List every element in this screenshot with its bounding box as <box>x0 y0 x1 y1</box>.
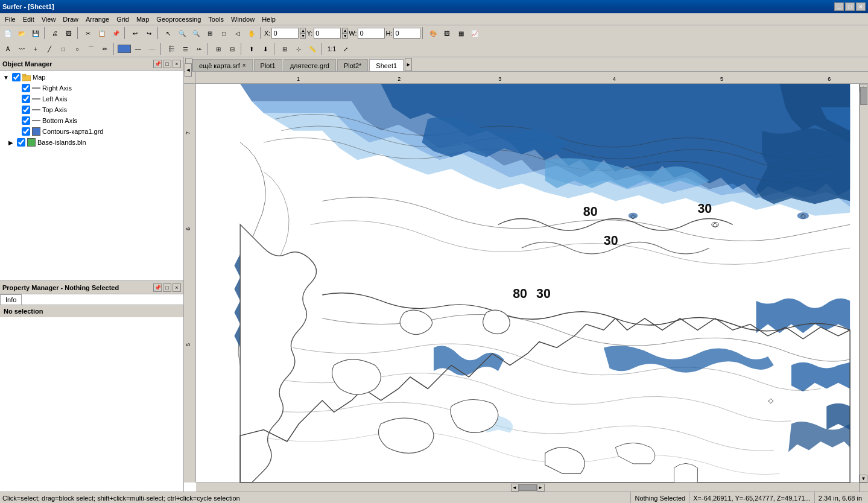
tree-item-top-axis[interactable]: Top Axis <box>1 104 182 115</box>
checkbox-map[interactable] <box>12 73 21 81</box>
pin-button[interactable]: 📌 <box>153 60 162 68</box>
tree-item-base-islands[interactable]: ▶ Base-islands.bln <box>1 137 182 148</box>
menu-edit[interactable]: Edit <box>19 14 38 24</box>
save-button[interactable]: 💾 <box>29 27 42 40</box>
undo-button[interactable]: ↩ <box>128 27 142 40</box>
redo-button[interactable]: ↪ <box>142 27 156 40</box>
checkbox-bottom-axis[interactable] <box>22 116 30 125</box>
tab-plot1[interactable]: Plot1 <box>254 59 282 71</box>
insert-image-button[interactable]: 🖼 <box>440 27 454 40</box>
zoom-window-button[interactable]: □ <box>217 27 230 40</box>
map-content[interactable]: 80 30 30 80 30 <box>196 84 859 482</box>
scroll-thumb-v[interactable] <box>860 87 867 105</box>
prop-float-button[interactable]: □ <box>163 283 171 292</box>
float-button[interactable]: □ <box>163 60 171 68</box>
menu-geoprocessing[interactable]: Geoprocessing <box>153 14 204 24</box>
group-button[interactable]: ⊞ <box>212 42 225 55</box>
cut-button[interactable]: ✂ <box>81 27 95 40</box>
line-style-button[interactable]: ⋯ <box>145 42 159 55</box>
zoom-out-button[interactable]: 🔍 <box>189 27 203 40</box>
bring-front-button[interactable]: ⬆ <box>245 42 258 55</box>
rectangle-button[interactable]: □ <box>57 42 70 55</box>
menu-view[interactable]: View <box>38 14 60 24</box>
ruler-button[interactable]: 📏 <box>306 42 319 55</box>
tab-eshyo-karta[interactable]: ещё карта.srf × <box>192 59 253 71</box>
paste-button[interactable]: 📌 <box>109 27 122 40</box>
tab-plot2[interactable]: Plot2* <box>337 59 368 71</box>
panel-controls[interactable]: 📌 □ × <box>153 60 181 68</box>
select-button[interactable]: ↖ <box>162 27 175 40</box>
freehand-button[interactable]: ✏ <box>98 42 112 55</box>
x-input[interactable] <box>271 28 299 39</box>
expand-base-islands[interactable]: ▶ <box>6 139 16 146</box>
tab-close-eshyo[interactable]: × <box>242 62 246 69</box>
menu-file[interactable]: File <box>1 14 19 24</box>
zoom-extent-button[interactable]: ⊞ <box>203 27 217 40</box>
curve-button[interactable]: ⌒ <box>84 42 98 55</box>
add-node-button[interactable]: + <box>29 42 42 55</box>
scroll-thumb-h[interactable] <box>519 484 537 491</box>
window-controls[interactable]: _ □ × <box>834 2 866 11</box>
scrollbar-vertical[interactable]: ▲ ▼ <box>859 84 868 482</box>
y-input[interactable] <box>314 28 341 39</box>
polyline-button[interactable]: 〰 <box>15 42 28 55</box>
restore-button[interactable]: □ <box>845 2 855 11</box>
tab-sheet1[interactable]: Sheet1 <box>369 59 404 71</box>
insert-colormap-button[interactable]: 🎨 <box>426 27 440 40</box>
align-left-button[interactable]: ⬱ <box>165 42 178 55</box>
tab-info[interactable]: Info <box>0 294 22 305</box>
scroll-left-btn[interactable]: ◄ <box>511 484 519 492</box>
close-button[interactable]: × <box>856 2 866 11</box>
tree-item-contours[interactable]: Contours-карта1.grd <box>1 126 182 137</box>
line-button[interactable]: ╱ <box>43 42 56 55</box>
ungroup-button[interactable]: ⊟ <box>226 42 239 55</box>
checkbox-top-axis[interactable] <box>22 106 30 114</box>
tree-item-left-axis[interactable]: Left Axis <box>1 93 182 104</box>
line-color-button[interactable]: — <box>131 42 145 55</box>
scroll-down-btn[interactable]: ▼ <box>860 475 867 482</box>
open-button[interactable]: 📂 <box>15 27 28 40</box>
fill-color-button[interactable] <box>118 45 131 53</box>
new-button[interactable]: 📄 <box>1 27 14 40</box>
y-spinner[interactable]: ▲ ▼ <box>342 28 348 39</box>
close-panel-button[interactable]: × <box>173 60 181 68</box>
text-button[interactable]: A <box>1 42 14 55</box>
panel-nav-left[interactable]: ◄ <box>185 63 192 77</box>
menu-help[interactable]: Help <box>258 14 279 24</box>
menu-window[interactable]: Window <box>227 14 258 24</box>
checkbox-left-axis[interactable] <box>22 95 30 103</box>
print-preview-button[interactable]: 🖼 <box>62 27 75 40</box>
scrollbar-horizontal[interactable]: ◄ ► <box>196 482 859 492</box>
tree-item-map[interactable]: ▼ Map <box>1 72 182 83</box>
grid-toggle-button[interactable]: ⊞ <box>278 42 291 55</box>
insert-legend-button[interactable]: ▦ <box>454 27 467 40</box>
scroll-right-btn[interactable]: ► <box>537 484 545 492</box>
checkbox-base-islands[interactable] <box>17 138 25 147</box>
w-input[interactable] <box>358 28 385 39</box>
tab-nav-right[interactable]: ► <box>405 58 412 71</box>
zoom-100-button[interactable]: 1:1 <box>325 42 338 55</box>
tree-item-bottom-axis[interactable]: Bottom Axis <box>1 115 182 126</box>
zoom-in-button[interactable]: 🔍 <box>176 27 189 40</box>
prop-close-button[interactable]: × <box>173 283 181 292</box>
checkbox-right-axis[interactable] <box>22 84 30 92</box>
zoom-prev-button[interactable]: ◁ <box>231 27 244 40</box>
h-input[interactable] <box>393 28 420 39</box>
minimize-button[interactable]: _ <box>834 2 844 11</box>
menu-draw[interactable]: Draw <box>59 14 82 24</box>
prop-panel-controls[interactable]: 📌 □ × <box>153 283 181 292</box>
tree-item-right-axis[interactable]: Right Axis <box>1 83 182 93</box>
send-back-button[interactable]: ⬇ <box>259 42 272 55</box>
tab-dlya-teste[interactable]: длятесте.grd <box>284 59 336 71</box>
copy-button[interactable]: 📋 <box>95 27 109 40</box>
pan-button[interactable]: ✋ <box>245 27 258 40</box>
align-right-button[interactable]: ⬰ <box>192 42 206 55</box>
menu-grid[interactable]: Grid <box>113 14 133 24</box>
plot-button[interactable]: 📈 <box>468 27 481 40</box>
zoom-fit-button[interactable]: ⤢ <box>339 42 352 55</box>
align-center-button[interactable]: ☰ <box>179 42 192 55</box>
print-button[interactable]: 🖨 <box>48 27 62 40</box>
x-spinner[interactable]: ▲ ▼ <box>300 28 306 39</box>
checkbox-contours[interactable] <box>22 127 30 136</box>
expand-map[interactable]: ▼ <box>1 74 11 81</box>
